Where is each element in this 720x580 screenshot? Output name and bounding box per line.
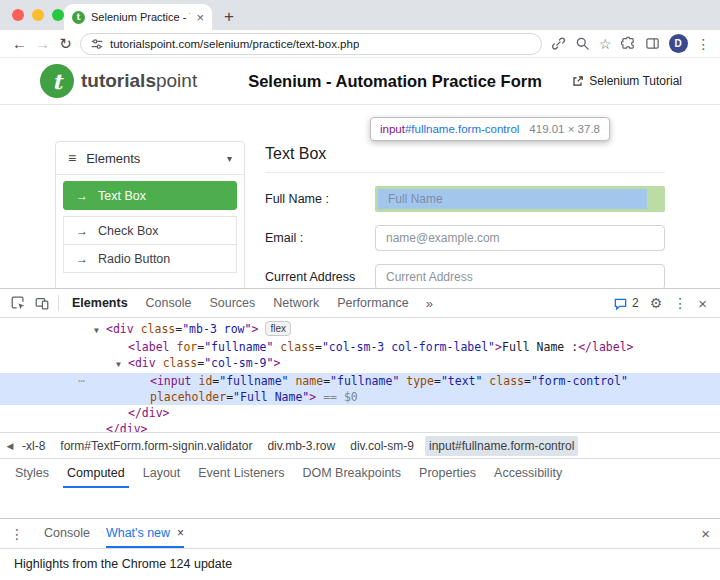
breadcrumb-scroll-left-icon[interactable]: ◀	[2, 441, 18, 451]
dom-node[interactable]: ▼<div class="col-sm-9">	[0, 355, 720, 373]
code-token: "text"	[441, 374, 483, 388]
tab-title: Selenium Practice - Text Box	[91, 11, 190, 23]
drawer-tab-console[interactable]: Console	[44, 519, 90, 548]
divider	[265, 172, 665, 173]
inspect-element-icon[interactable]	[6, 295, 30, 311]
logo-text: tutorialspoint	[81, 70, 197, 92]
close-devtools-icon[interactable]: ×	[698, 296, 707, 311]
sidebar-item-check-box[interactable]: →Check Box	[63, 216, 237, 245]
subtab-dom-breakpoints[interactable]: DOM Breakpoints	[298, 459, 405, 488]
drawer-menu-icon[interactable]: ⋮	[10, 526, 24, 542]
breadcrumb-item[interactable]: form#TextForm.form-signin.validator	[56, 436, 256, 456]
fullscreen-window-button[interactable]	[52, 9, 64, 21]
breadcrumb-item[interactable]: div.col-sm-9	[346, 436, 418, 456]
drawer-tab-bar: ⋮ ConsoleWhat's new× ×	[0, 519, 720, 549]
text-input-full-name[interactable]: Full Name	[375, 186, 665, 212]
sidebar-item-radio-button[interactable]: →Radio Button	[63, 244, 237, 273]
subtab-accessibility[interactable]: Accessibility	[490, 459, 566, 488]
breadcrumb-item[interactable]: div.mb-3.row	[263, 436, 339, 456]
window-controls	[12, 9, 64, 21]
tab-sources[interactable]: Sources	[200, 289, 264, 317]
devtools-menu-icon[interactable]: ⋮	[673, 295, 687, 311]
address-bar[interactable]: tutorialspoint.com/selenium/practice/tex…	[80, 33, 542, 55]
expand-arrow-icon[interactable]: ▼	[116, 357, 128, 373]
widget-header[interactable]: ≡ Elements ▾	[56, 142, 244, 175]
subtab-properties[interactable]: Properties	[415, 459, 480, 488]
code-token: placeholder	[150, 390, 226, 404]
code-token: == $0	[316, 390, 358, 404]
dom-node[interactable]: </div>	[0, 421, 720, 432]
tab-console[interactable]: Console	[137, 289, 201, 317]
code-token: <div	[128, 356, 156, 370]
text-input-current-address[interactable]: Current Address	[375, 264, 665, 288]
subtab-computed[interactable]: Computed	[63, 459, 129, 488]
drawer-tab-what-s-new[interactable]: What's new×	[106, 519, 184, 548]
tooltip-selector: input#fullname.form-control	[380, 123, 519, 135]
tab-performance[interactable]: Performance	[328, 289, 418, 317]
profile-avatar[interactable]: D	[669, 34, 688, 53]
browser-menu-icon[interactable]: ⋮	[697, 36, 711, 52]
reload-button[interactable]: ↻	[54, 35, 77, 53]
close-icon[interactable]: ×	[177, 519, 184, 548]
selenium-tutorial-link[interactable]: Selenium Tutorial	[571, 74, 682, 88]
site-settings-icon[interactable]	[90, 37, 104, 51]
flex-badge[interactable]: flex	[265, 321, 291, 336]
back-button[interactable]: ←	[8, 35, 31, 52]
more-tabs-icon[interactable]: »	[418, 296, 441, 311]
code-token: =	[315, 340, 322, 354]
site-logo[interactable]: t tutorialspoint	[40, 64, 197, 98]
new-tab-button[interactable]: +	[224, 8, 234, 25]
breadcrumb-item[interactable]: input#fullname.form-control	[425, 436, 578, 456]
sidebar-item-text-box[interactable]: →Text Box	[63, 181, 237, 210]
devtools-toolbar: ElementsConsoleSourcesNetworkPerformance…	[0, 289, 720, 318]
bookmark-star-icon[interactable]: ☆	[599, 37, 612, 51]
code-token: "col-sm-3 col-form-label"	[322, 340, 495, 354]
subtab-layout[interactable]: Layout	[139, 459, 185, 488]
form-row: Current AddressCurrent Address	[265, 264, 665, 288]
elements-widget: ≡ Elements ▾ →Text Box→Check Box→Radio B…	[55, 141, 245, 288]
browser-tab[interactable]: t Selenium Practice - Text Box ×	[64, 4, 212, 30]
code-token: </div>	[128, 406, 170, 420]
search-icon[interactable]	[575, 36, 590, 51]
dom-node[interactable]: placeholder="Full Name"> == $0	[0, 389, 720, 405]
minimize-window-button[interactable]	[32, 9, 44, 21]
dom-node[interactable]: ⋯<input id="fullname" name="fullname" ty…	[0, 373, 720, 389]
form-fields: Full Name :Full NameEmail :name@example.…	[265, 186, 665, 288]
close-tab-icon[interactable]: ×	[196, 11, 204, 24]
code-token: type	[399, 374, 434, 388]
external-link-icon	[571, 75, 584, 88]
sidebar-item-label: Radio Button	[98, 252, 170, 266]
site-favicon-icon: t	[72, 11, 85, 24]
close-drawer-icon[interactable]: ×	[701, 526, 710, 541]
code-token: </div>	[106, 422, 148, 432]
dom-node[interactable]: ▼<div class="mb-3 row">flex	[0, 321, 720, 339]
subtab-event-listeners[interactable]: Event Listeners	[194, 459, 288, 488]
sidebar-item-label: Text Box	[98, 189, 146, 203]
tab-network[interactable]: Network	[264, 289, 328, 317]
device-toolbar-icon[interactable]	[30, 295, 54, 311]
dom-node[interactable]: <label for="fullname" class="col-sm-3 co…	[0, 339, 720, 355]
code-token: class	[134, 322, 176, 336]
overflow-dots-icon[interactable]: ⋯	[78, 373, 85, 389]
close-window-button[interactable]	[12, 9, 24, 21]
form-row: Email :name@example.com	[265, 225, 665, 251]
tab-elements[interactable]: Elements	[63, 289, 137, 317]
text-input-email[interactable]: name@example.com	[375, 225, 665, 251]
side-panel-icon[interactable]	[645, 36, 660, 51]
link-icon[interactable]	[551, 36, 566, 51]
forward-button[interactable]: →	[31, 35, 54, 52]
arrow-right-icon: →	[76, 224, 88, 238]
breadcrumb-item[interactable]: -xl-8	[18, 436, 49, 456]
url-text[interactable]: tutorialspoint.com/selenium/practice/tex…	[110, 38, 359, 50]
dom-node[interactable]: </div>	[0, 405, 720, 421]
expand-arrow-icon[interactable]: ▼	[94, 323, 106, 339]
devtools-drawer: ⋮ ConsoleWhat's new× × Highlights from t…	[0, 518, 720, 580]
subtab-styles[interactable]: Styles	[11, 459, 53, 488]
extensions-icon[interactable]	[621, 36, 636, 51]
issues-counter[interactable]: 2	[613, 296, 639, 311]
code-token: "fullname"	[219, 374, 288, 388]
code-token: >	[495, 340, 502, 354]
issues-count: 2	[632, 296, 639, 310]
settings-gear-icon[interactable]: ⚙	[650, 296, 663, 310]
tab-strip: t Selenium Practice - Text Box × +	[0, 0, 720, 30]
